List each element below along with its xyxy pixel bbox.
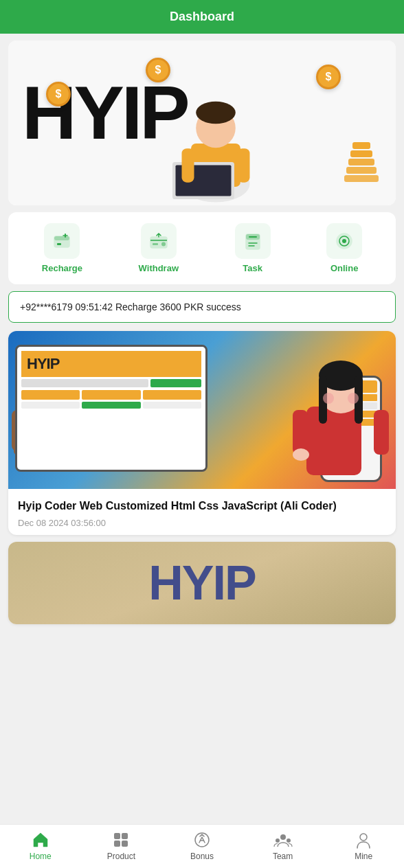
header-title: Dashboard (170, 10, 234, 23)
nav-home-label: Home (30, 852, 52, 861)
preview-card[interactable]: HYIP (8, 542, 396, 624)
svg-rect-12 (352, 142, 370, 149)
svg-rect-7 (238, 148, 250, 183)
quick-actions-panel: Recharge Withdraw Task (8, 212, 396, 284)
svg-rect-10 (348, 159, 374, 165)
online-label: Online (330, 263, 358, 273)
svg-rect-8 (344, 175, 379, 182)
news-image: HYIP HYIP+ (8, 331, 396, 489)
svg-rect-21 (249, 236, 257, 238)
recharge-label: Recharge (42, 263, 82, 273)
task-icon-wrap (235, 223, 271, 259)
coin-1: $ (46, 82, 71, 106)
news-title: Hyip Coder Web Customized Html Css JavaS… (18, 499, 386, 514)
hero-stacks (341, 134, 382, 192)
svg-point-41 (293, 448, 309, 461)
team-icon (273, 830, 293, 849)
recharge-icon-wrap (44, 223, 80, 259)
withdraw-icon-wrap (141, 223, 177, 259)
online-icon-wrap (326, 223, 362, 259)
svg-point-48 (276, 838, 280, 843)
home-icon (31, 830, 50, 849)
preview-image: HYIP (8, 542, 396, 624)
svg-rect-44 (114, 841, 120, 847)
recharge-icon (52, 231, 72, 251)
svg-rect-9 (346, 167, 377, 174)
preview-hyip-text: HYIP (148, 556, 255, 610)
nav-product[interactable]: Product (97, 830, 145, 861)
svg-rect-14 (54, 236, 69, 240)
notification-bar: +92****6179 09:51:42 Recharge 3600 PKR s… (8, 291, 396, 323)
svg-rect-45 (122, 841, 128, 847)
withdraw-label: Withdraw (139, 263, 179, 273)
news-date: Dec 08 2024 03:56:00 (18, 518, 386, 528)
withdraw-icon (148, 231, 169, 251)
coin-2: $ (146, 58, 170, 82)
recharge-action[interactable]: Recharge (42, 223, 82, 273)
task-icon (243, 231, 263, 251)
mine-icon (354, 830, 373, 849)
bonus-icon (192, 830, 212, 849)
app-header: Dashboard (0, 0, 404, 34)
nav-home[interactable]: Home (16, 830, 65, 861)
svg-rect-11 (350, 150, 372, 157)
svg-rect-39 (293, 410, 308, 455)
svg-rect-32 (306, 407, 361, 475)
hero-person (147, 82, 284, 205)
laptop-mockup: HYIP (15, 345, 207, 472)
svg-rect-43 (122, 833, 128, 839)
online-icon (334, 231, 355, 251)
nav-mine-label: Mine (355, 852, 372, 861)
svg-point-47 (280, 834, 286, 840)
notification-text: +92****6179 09:51:42 Recharge 3600 PKR s… (20, 301, 241, 312)
bottom-nav: Home Product Bonus (0, 824, 404, 868)
svg-point-37 (323, 393, 334, 404)
person-right-illustration (286, 331, 396, 489)
svg-rect-15 (57, 243, 61, 245)
nav-team[interactable]: Team (259, 830, 307, 861)
nav-product-label: Product (107, 852, 135, 861)
nav-bonus-label: Bonus (190, 852, 214, 861)
svg-point-18 (161, 242, 166, 247)
news-card[interactable]: HYIP HYIP+ (8, 331, 396, 535)
news-body: Hyip Coder Web Customized Html Css JavaS… (8, 489, 396, 535)
task-action[interactable]: Task (235, 223, 271, 273)
withdraw-action[interactable]: Withdraw (139, 223, 179, 273)
nav-mine[interactable]: Mine (339, 830, 388, 861)
nav-team-label: Team (273, 852, 293, 861)
svg-point-24 (342, 239, 346, 243)
svg-point-38 (348, 393, 359, 404)
svg-rect-42 (114, 833, 120, 839)
svg-rect-40 (374, 410, 389, 455)
svg-rect-6 (182, 148, 194, 183)
nav-bonus[interactable]: Bonus (178, 830, 226, 861)
product-icon (111, 830, 131, 849)
task-label: Task (243, 263, 262, 273)
coin-3: $ (316, 65, 341, 89)
svg-rect-17 (153, 243, 158, 245)
hero-banner: HYIP $ $ $ (8, 41, 396, 205)
online-action[interactable]: Online (326, 223, 362, 273)
svg-point-3 (196, 102, 236, 124)
svg-point-49 (287, 838, 291, 843)
svg-point-50 (360, 834, 367, 841)
